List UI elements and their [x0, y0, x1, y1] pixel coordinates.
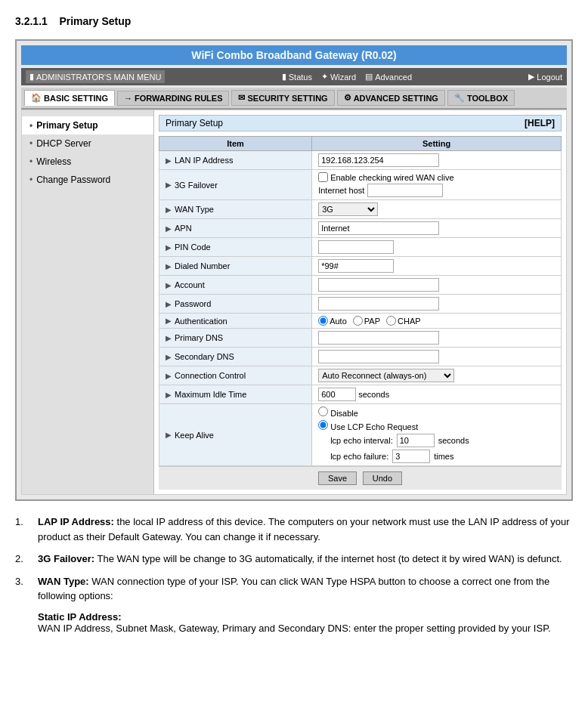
- logout-nav-item[interactable]: ▶ Logout: [528, 72, 562, 82]
- seconds-label: seconds: [358, 390, 389, 399]
- auth-pap-label: PAP: [353, 316, 380, 326]
- table-row: ▶Connection Control Auto Reconnect (alwa…: [159, 366, 562, 385]
- device-frame: WiFi Combo Broadband Gateway (R0.02) ▮ A…: [15, 39, 573, 501]
- table-row: ▶Secondary DNS: [159, 348, 562, 366]
- dialed-number-input[interactable]: [318, 259, 394, 273]
- undo-button[interactable]: Undo: [363, 471, 402, 485]
- auth-auto-label: Auto: [318, 316, 347, 326]
- lcp-failure-suffix: times: [434, 452, 453, 461]
- content-area: Primary Setup [HELP] Item Setting ▶LAN I…: [154, 110, 566, 494]
- sidebar-item-dhcp-server[interactable]: DHCP Server: [22, 134, 153, 153]
- device-title-bar: WiFi Combo Broadband Gateway (R0.02): [21, 45, 567, 65]
- disable-radio[interactable]: [318, 406, 328, 416]
- auth-radio-group: Auto PAP CHAP: [318, 316, 555, 326]
- password-input[interactable]: [318, 297, 439, 311]
- row-arrow-icon: ▶: [166, 243, 172, 252]
- toolbox-icon: 🔧: [454, 93, 465, 103]
- admin-menu-button[interactable]: ▮ ADMINISTRATOR'S MAIN MENU: [26, 70, 165, 83]
- section-title: Primary Setup: [59, 15, 131, 27]
- row-arrow-icon: ▶: [166, 224, 172, 233]
- secondary-dns-input[interactable]: [318, 350, 439, 363]
- row-arrow-icon: ▶: [166, 281, 172, 289]
- sidebar: Primary Setup DHCP Server Wireless Chang…: [22, 110, 154, 494]
- col-item: Item: [159, 137, 312, 151]
- auth-pap-radio[interactable]: [353, 316, 363, 326]
- apn-input[interactable]: [318, 221, 439, 235]
- list-item: 3. WAN Type: WAN connection type of your…: [15, 574, 573, 604]
- keep-alive-section: Disable Use LCP Echo Request: [318, 406, 555, 463]
- button-row: Save Undo: [159, 466, 562, 490]
- col-setting: Setting: [312, 137, 562, 151]
- tab-bar: 🏠 BASIC SETTING → FORWARDING RULES ✉ SEC…: [21, 88, 567, 110]
- lan-ip-input[interactable]: [318, 153, 439, 167]
- connection-control-select[interactable]: Auto Reconnect (always-on) Connect on De…: [318, 369, 454, 382]
- table-row: ▶Maximum Idle Time seconds: [159, 385, 562, 404]
- row-arrow-icon: ▶: [166, 317, 172, 325]
- security-setting-icon: ✉: [238, 93, 245, 103]
- pin-code-input[interactable]: [318, 240, 394, 254]
- table-row: ▶WAN Type 3G Static IP Dynamic IP PPPoE: [159, 200, 562, 219]
- list-item: 2. 3G Failover: The WAN type will be cha…: [15, 552, 573, 567]
- wizard-nav-item[interactable]: ✦ Wizard: [321, 72, 356, 82]
- row-arrow-icon: ▶: [166, 372, 172, 380]
- table-row: ▶LAN IP Address: [159, 151, 562, 170]
- status-nav-item[interactable]: ▮ Status: [282, 72, 312, 82]
- forwarding-rules-icon: →: [124, 94, 132, 103]
- sidebar-item-primary-setup[interactable]: Primary Setup: [22, 116, 153, 134]
- wizard-icon: ✦: [321, 72, 328, 82]
- static-ip-section: Static IP Address: WAN IP Address, Subne…: [38, 611, 573, 634]
- max-idle-time-input[interactable]: [318, 388, 356, 401]
- admin-menu-label: ADMINISTRATOR'S MAIN MENU: [36, 73, 161, 82]
- tab-advanced-setting[interactable]: ⚙ ADVANCED SETTING: [337, 90, 445, 106]
- admin-icon: ▮: [29, 72, 34, 82]
- instructions-list: 1. LAP IP Address: the local IP address …: [15, 515, 573, 604]
- 3g-failover-checkbox[interactable]: [318, 172, 328, 182]
- auth-auto-radio[interactable]: [318, 316, 328, 326]
- settings-table: Item Setting ▶LAN IP Address ▶3G Failove…: [159, 136, 562, 466]
- table-row: ▶Authentication Auto PAP CHAP: [159, 314, 562, 329]
- table-row: ▶Account: [159, 276, 562, 295]
- row-arrow-icon: ▶: [166, 156, 172, 165]
- table-row: ▶Password: [159, 295, 562, 314]
- use-lcp-radio[interactable]: [318, 420, 328, 430]
- top-nav: ▮ ADMINISTRATOR'S MAIN MENU ▮ Status ✦ W…: [21, 68, 567, 85]
- table-row: ▶Keep Alive Disable: [159, 404, 562, 466]
- tab-basic-setting[interactable]: 🏠 BASIC SETTING: [24, 90, 115, 106]
- section-number: 3.2.1.1: [15, 15, 48, 27]
- auth-chap-radio[interactable]: [386, 316, 396, 326]
- table-row: ▶PIN Code: [159, 238, 562, 257]
- account-input[interactable]: [318, 278, 439, 292]
- lcp-interval-input[interactable]: [397, 434, 435, 447]
- save-button[interactable]: Save: [318, 471, 357, 485]
- row-arrow-icon: ▶: [166, 262, 172, 270]
- row-arrow-icon: ▶: [166, 353, 172, 361]
- list-item: 1. LAP IP Address: the local IP address …: [15, 515, 573, 544]
- tab-security-setting[interactable]: ✉ SECURITY SETTING: [231, 90, 334, 106]
- row-arrow-icon: ▶: [166, 334, 172, 342]
- internet-host-input[interactable]: [367, 184, 443, 197]
- row-arrow-icon: ▶: [166, 206, 172, 214]
- sidebar-item-wireless[interactable]: Wireless: [22, 153, 153, 171]
- tab-forwarding-rules[interactable]: → FORWARDING RULES: [117, 91, 230, 106]
- lcp-failure-input[interactable]: [392, 450, 430, 463]
- internet-host-label: Internet host: [318, 186, 364, 195]
- row-arrow-icon: ▶: [166, 181, 172, 189]
- static-ip-text: WAN IP Address, Subnet Mask, Gateway, Pr…: [38, 623, 573, 634]
- table-row: ▶3G Failover Enable checking wired WAN c…: [159, 170, 562, 200]
- wan-type-select[interactable]: 3G Static IP Dynamic IP PPPoE: [318, 202, 378, 216]
- help-link[interactable]: [HELP]: [525, 118, 555, 128]
- content-section-title: Primary Setup: [166, 118, 223, 128]
- status-icon: ▮: [282, 72, 286, 82]
- sidebar-item-change-password[interactable]: Change Password: [22, 171, 153, 189]
- row-arrow-icon: ▶: [166, 431, 172, 439]
- device-title: WiFi Combo Broadband Gateway (R0.02): [191, 49, 396, 61]
- advanced-nav-item[interactable]: ▤ Advanced: [365, 72, 412, 82]
- static-ip-title: Static IP Address:: [38, 611, 573, 623]
- advanced-icon: ▤: [365, 72, 373, 82]
- tab-toolbox[interactable]: 🔧 TOOLBOX: [447, 90, 515, 106]
- basic-setting-icon: 🏠: [31, 93, 42, 103]
- auth-chap-label: CHAP: [386, 316, 421, 326]
- primary-dns-input[interactable]: [318, 331, 439, 345]
- lcp-failure-label: lcp echo failure:: [330, 452, 388, 461]
- disable-label: Disable: [318, 406, 358, 418]
